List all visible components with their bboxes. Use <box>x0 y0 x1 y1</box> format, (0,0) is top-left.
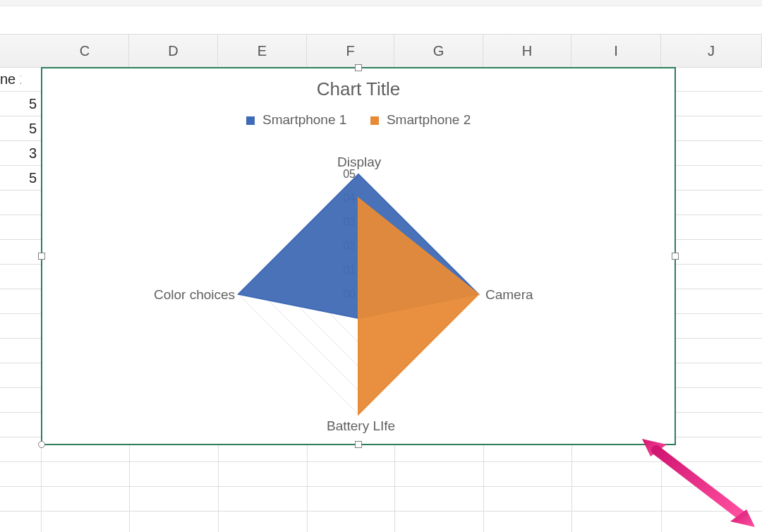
col-header[interactable]: C <box>41 35 129 67</box>
resize-handle-bottom[interactable] <box>355 441 362 448</box>
ribbon-edge <box>0 0 762 6</box>
col-header[interactable]: I <box>572 35 661 67</box>
legend-swatch-icon <box>370 116 379 125</box>
chart-title[interactable]: Chart Title <box>42 78 675 100</box>
category-label-display: Display <box>337 155 381 170</box>
cell-value[interactable]: 5 <box>0 116 41 140</box>
cell-value[interactable]: 5 <box>0 166 41 190</box>
col-header[interactable]: D <box>129 35 218 67</box>
col-header[interactable]: H <box>483 35 572 67</box>
column-header-row: C D E F G H I J <box>0 34 762 68</box>
radar-plot-area[interactable]: 000102030405 Display Camera Battery LIfe… <box>42 139 675 437</box>
col-header[interactable]: J <box>661 35 762 67</box>
legend-label: Smartphone 1 <box>262 112 346 127</box>
chart-legend[interactable]: Smartphone 1 Smartphone 2 <box>42 112 675 128</box>
cell-value[interactable]: 5 <box>0 92 41 116</box>
category-label-battery: Battery LIfe <box>327 418 395 434</box>
col-header[interactable]: E <box>218 35 307 67</box>
cell-value[interactable]: 3 <box>0 141 41 165</box>
resize-handle-top[interactable] <box>355 64 362 71</box>
col-header[interactable]: F <box>307 35 394 67</box>
svg-marker-16 <box>358 198 478 414</box>
cell-fragment: ne 1 <box>0 67 21 91</box>
col-header[interactable]: G <box>394 35 483 67</box>
chart-object[interactable]: Chart Title Smartphone 1 Smartphone 2 00… <box>41 67 676 445</box>
legend-label: Smartphone 2 <box>387 112 471 127</box>
legend-item[interactable]: Smartphone 1 <box>246 112 351 127</box>
resize-handle-bottom-left[interactable] <box>38 441 45 448</box>
category-label-color: Color choices <box>154 287 235 303</box>
legend-item[interactable]: Smartphone 2 <box>370 112 471 127</box>
legend-swatch-icon <box>246 116 255 125</box>
category-label-camera: Camera <box>485 287 533 303</box>
